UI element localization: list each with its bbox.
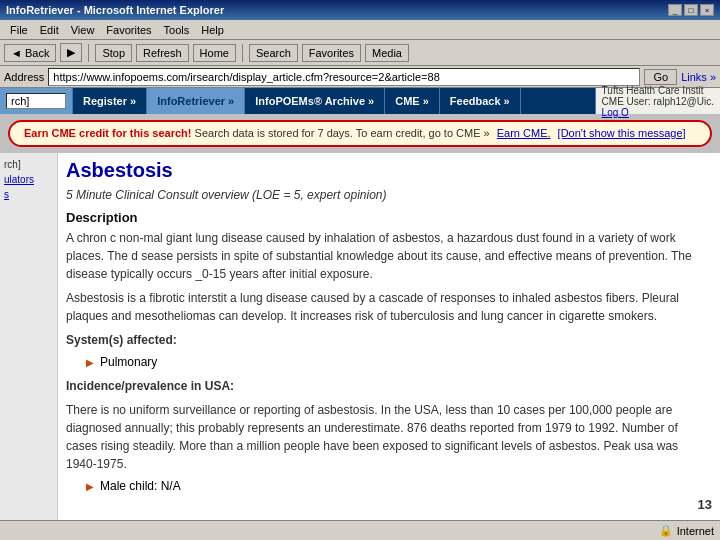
bullet-arrow-icon: ▶ bbox=[86, 357, 94, 368]
cme-banner: Earn CME credit for this search! Search … bbox=[8, 120, 712, 147]
media-button[interactable]: Media bbox=[365, 44, 409, 62]
content-title: Asbestosis bbox=[66, 159, 712, 182]
page-number: 13 bbox=[66, 497, 712, 512]
window-title: InfoRetriever - Microsoft Internet Explo… bbox=[6, 4, 224, 16]
bullet-pulmonary-text: Pulmonary bbox=[100, 355, 157, 369]
user-info: Tufts Health Care Instit CME User: ralph… bbox=[595, 88, 720, 114]
systems-label: System(s) affected: bbox=[66, 331, 712, 349]
cme-earn-text: Earn CME credit for this search! bbox=[24, 127, 192, 139]
menu-tools[interactable]: Tools bbox=[158, 23, 196, 37]
zone-label: Internet bbox=[677, 525, 714, 537]
user-name: CME User: ralph12@Uic. bbox=[602, 96, 714, 107]
back-button[interactable]: ◄ Back bbox=[4, 44, 56, 62]
description-para1: A chron c non-mal giant lung disease cau… bbox=[66, 229, 712, 283]
nav-infopoems[interactable]: InfoPOEMs® Archive » bbox=[245, 88, 385, 114]
nav-feedback[interactable]: Feedback » bbox=[440, 88, 521, 114]
dont-show-link[interactable]: [Don't show this message] bbox=[558, 127, 686, 139]
nav-search-box bbox=[0, 88, 73, 114]
description-para2: Asbestosis is a fibrotic interstit a lun… bbox=[66, 289, 712, 325]
window-controls[interactable]: _ □ × bbox=[668, 4, 714, 16]
minimize-button[interactable]: _ bbox=[668, 4, 682, 16]
sidebar-link-ulators[interactable]: ulators bbox=[2, 172, 55, 187]
stop-button[interactable]: Stop bbox=[95, 44, 132, 62]
nav-cme[interactable]: CME » bbox=[385, 88, 440, 114]
menu-help[interactable]: Help bbox=[195, 23, 230, 37]
close-button[interactable]: × bbox=[700, 4, 714, 16]
sidebar-link-s[interactable]: s bbox=[2, 187, 55, 202]
toolbar-separator2 bbox=[242, 44, 243, 62]
bullet-pulmonary: ▶ Pulmonary bbox=[86, 355, 712, 369]
content-wrapper: rch] ulators s Asbestosis 5 Minute Clini… bbox=[0, 153, 720, 540]
site-navbar: Register » InfoRetriever » InfoPOEMs® Ar… bbox=[0, 88, 720, 114]
section-description-header: Description bbox=[66, 210, 712, 225]
toolbar: ◄ Back ▶ Stop Refresh Home Search Favori… bbox=[0, 40, 720, 66]
main-wrapper: Earn CME credit for this search! Search … bbox=[0, 114, 720, 540]
statusbar-right: 🔒 Internet bbox=[659, 524, 714, 537]
go-button[interactable]: Go bbox=[644, 69, 677, 85]
incidence-label: Incidence/prevalence in USA: bbox=[66, 377, 712, 395]
menu-view[interactable]: View bbox=[65, 23, 101, 37]
bullet-malechild: ▶ Male child: N/A bbox=[86, 479, 712, 493]
menu-edit[interactable]: Edit bbox=[34, 23, 65, 37]
cme-description: Search data is stored for 7 days. To ear… bbox=[195, 127, 490, 139]
nav-inforetriever[interactable]: InfoRetriever » bbox=[147, 88, 245, 114]
bullet-malechild-text: Male child: N/A bbox=[100, 479, 181, 493]
address-label: Address bbox=[4, 71, 44, 83]
user-org: Tufts Health Care Instit bbox=[602, 85, 714, 96]
address-input[interactable] bbox=[48, 68, 640, 86]
search-button[interactable]: Search bbox=[249, 44, 298, 62]
forward-button[interactable]: ▶ bbox=[60, 43, 82, 62]
home-button[interactable]: Home bbox=[193, 44, 236, 62]
window-titlebar: InfoRetriever - Microsoft Internet Explo… bbox=[0, 0, 720, 20]
incidence-text: There is no uniform surveillance or repo… bbox=[66, 401, 712, 473]
menu-favorites[interactable]: Favorites bbox=[100, 23, 157, 37]
toolbar-separator bbox=[88, 44, 89, 62]
nav-register[interactable]: Register » bbox=[73, 88, 147, 114]
left-sidebar: rch] ulators s bbox=[0, 153, 58, 540]
nav-search-input[interactable] bbox=[6, 93, 66, 109]
left-bracket1: rch] bbox=[2, 157, 55, 172]
maximize-button[interactable]: □ bbox=[684, 4, 698, 16]
bullet-arrow-icon2: ▶ bbox=[86, 481, 94, 492]
menu-file[interactable]: File bbox=[4, 23, 34, 37]
content-subtitle: 5 Minute Clinical Consult overview (LOE … bbox=[66, 188, 712, 202]
menubar: File Edit View Favorites Tools Help bbox=[0, 20, 720, 40]
links-button[interactable]: Links » bbox=[681, 71, 716, 83]
refresh-button[interactable]: Refresh bbox=[136, 44, 189, 62]
favorites-button[interactable]: Favorites bbox=[302, 44, 361, 62]
earn-cme-link[interactable]: Earn CME. bbox=[497, 127, 551, 139]
right-content: Asbestosis 5 Minute Clinical Consult ove… bbox=[58, 153, 720, 540]
lock-icon: 🔒 bbox=[659, 524, 673, 537]
statusbar: 🔒 Internet bbox=[0, 520, 720, 540]
